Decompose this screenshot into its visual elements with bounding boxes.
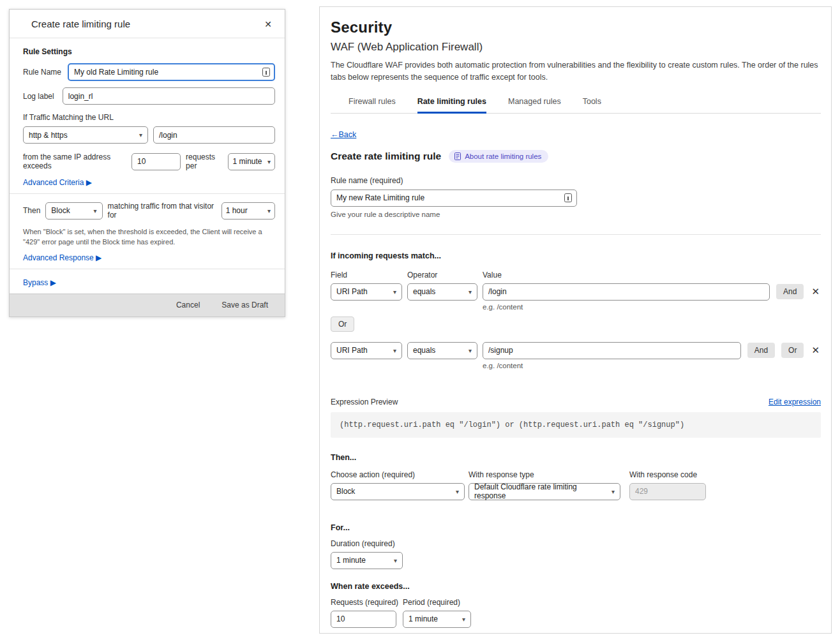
rule-name-input[interactable] — [68, 63, 275, 81]
page-subtitle: WAF (Web Application Firewall) — [331, 41, 821, 54]
advanced-criteria-link[interactable]: Advanced Criteria ▶ — [23, 178, 92, 187]
expression-preview-label: Expression Preview — [331, 398, 398, 406]
rule-name-label: Rule Name — [23, 68, 61, 77]
scheme-select[interactable]: http & https ▾ — [23, 126, 148, 144]
divider — [10, 193, 285, 194]
threshold-prefix-text: from the same IP address exceeds — [23, 153, 126, 170]
ban-duration-select[interactable]: 1 hour ▾ — [221, 202, 275, 220]
or-button[interactable]: Or — [331, 316, 354, 332]
autofill-icon — [564, 193, 572, 202]
then-heading: Then... — [331, 453, 821, 462]
value-hint: e.g. /content — [483, 362, 821, 369]
period-label: Period (required) — [403, 598, 460, 607]
action-select[interactable]: Block ▾ — [45, 202, 102, 220]
dialog-footer: Cancel Save as Draft — [10, 294, 285, 316]
rate-heading: When rate exceeds... — [331, 582, 821, 591]
bypass-link[interactable]: Bypass ▶ — [23, 278, 56, 287]
document-icon — [454, 153, 461, 160]
action-select[interactable]: Block ▾ — [331, 483, 465, 500]
requests-label: Requests (required) — [331, 598, 403, 607]
log-label-input[interactable] — [63, 87, 275, 105]
form-title: Create rate limiting rule — [331, 151, 441, 162]
threshold-input[interactable] — [131, 153, 181, 170]
chevron-down-icon: ▾ — [94, 207, 97, 214]
chevron-down-icon: ▾ — [462, 616, 465, 623]
chevron-down-icon: ▾ — [267, 158, 271, 165]
back-link[interactable]: ←Back — [331, 130, 356, 139]
response-code-input — [629, 483, 706, 500]
operator-select[interactable]: equals ▾ — [407, 283, 477, 301]
divider — [10, 269, 285, 269]
traffic-match-label: If Traffic Matching the URL — [23, 113, 275, 122]
requests-input[interactable] — [331, 611, 396, 628]
chevron-down-icon: ▾ — [456, 488, 459, 495]
response-type-label: With response type — [469, 470, 629, 479]
chevron-down-icon: ▾ — [469, 288, 472, 295]
waf-tabs: Firewall rules Rate limiting rules Manag… — [331, 94, 821, 114]
advanced-response-link[interactable]: Advanced Response ▶ — [23, 253, 101, 262]
rule-name-label: Rule name (required) — [331, 176, 821, 185]
save-as-draft-button[interactable]: Save as Draft — [221, 301, 268, 309]
field-select[interactable]: URI Path ▾ — [331, 283, 402, 301]
expression-preview-box: (http.request.uri.path eq "/login") or (… — [331, 412, 821, 438]
chevron-down-icon: ▾ — [469, 347, 472, 354]
condition-row: URI Path ▾ equals ▾ And ✕ — [331, 283, 821, 301]
then-label: Then — [23, 206, 40, 215]
rule-settings-heading: Rule Settings — [23, 47, 275, 56]
chevron-down-icon: ▾ — [267, 207, 271, 214]
tab-firewall-rules[interactable]: Firewall rules — [349, 94, 396, 114]
chevron-down-icon: ▾ — [393, 288, 396, 295]
or-button[interactable]: Or — [781, 343, 804, 358]
dialog-header: Create rate limiting rule ✕ — [10, 10, 285, 38]
value-input[interactable] — [483, 283, 770, 301]
match-heading: If incoming requests match... — [331, 251, 821, 260]
remove-condition-icon[interactable]: ✕ — [810, 345, 821, 356]
about-rate-limiting-rules-badge[interactable]: About rate limiting rules — [449, 150, 548, 163]
tab-managed-rules[interactable]: Managed rules — [508, 94, 561, 114]
autofill-icon — [262, 68, 270, 77]
chevron-down-icon: ▾ — [394, 557, 397, 564]
cancel-button[interactable]: Cancel — [176, 301, 200, 309]
operator-column-label: Operator — [407, 271, 483, 279]
dialog-body: Rule Settings Rule Name Log label If Tra… — [10, 38, 285, 294]
rule-name-help: Give your rule a descriptive name — [331, 211, 821, 218]
and-button[interactable]: And — [747, 343, 775, 358]
value-column-label: Value — [483, 271, 502, 279]
create-rate-limiting-rule-dialog: Create rate limiting rule ✕ Rule Setting… — [9, 9, 285, 317]
action-label: Choose action (required) — [331, 470, 469, 479]
log-label-label: Log label — [23, 92, 54, 101]
response-type-select[interactable]: Default Cloudflare rate limiting respons… — [469, 483, 620, 500]
response-code-label: With response code — [629, 470, 697, 479]
period-select[interactable]: 1 minute ▾ — [228, 153, 275, 170]
edit-expression-link[interactable]: Edit expression — [769, 398, 821, 406]
block-note-text: When "Block" is set, when the threshold … — [23, 227, 273, 248]
chevron-down-icon: ▾ — [393, 347, 396, 354]
for-heading: For... — [331, 523, 821, 532]
security-waf-panel: Security WAF (Web Application Firewall) … — [319, 6, 832, 634]
close-icon[interactable]: ✕ — [264, 19, 272, 29]
chevron-down-icon: ▾ — [611, 488, 615, 495]
operator-select[interactable]: equals ▾ — [407, 342, 477, 359]
page-description: The Cloudflare WAF provides both automat… — [331, 59, 820, 84]
dialog-title: Create rate limiting rule — [31, 19, 130, 29]
value-input[interactable] — [483, 342, 741, 359]
tab-rate-limiting-rules[interactable]: Rate limiting rules — [417, 94, 486, 114]
value-hint: e.g. /content — [483, 303, 821, 311]
rule-name-input[interactable] — [331, 190, 577, 207]
threshold-suffix-text: requests per — [186, 153, 223, 170]
field-column-label: Field — [331, 271, 407, 279]
chevron-down-icon: ▾ — [139, 131, 142, 138]
then-suffix-text: matching traffic from that visitor for — [108, 202, 216, 220]
field-select[interactable]: URI Path ▾ — [331, 342, 402, 359]
remove-condition-icon[interactable]: ✕ — [810, 286, 821, 297]
condition-row: URI Path ▾ equals ▾ And Or ✕ — [331, 342, 821, 359]
url-input[interactable] — [153, 126, 275, 144]
tab-tools[interactable]: Tools — [583, 94, 601, 114]
and-button[interactable]: And — [776, 284, 804, 299]
divider — [331, 234, 821, 235]
duration-select[interactable]: 1 minute ▾ — [331, 552, 403, 569]
period-select[interactable]: 1 minute ▾ — [403, 611, 471, 628]
page-title: Security — [331, 19, 821, 36]
duration-label: Duration (required) — [331, 539, 821, 548]
